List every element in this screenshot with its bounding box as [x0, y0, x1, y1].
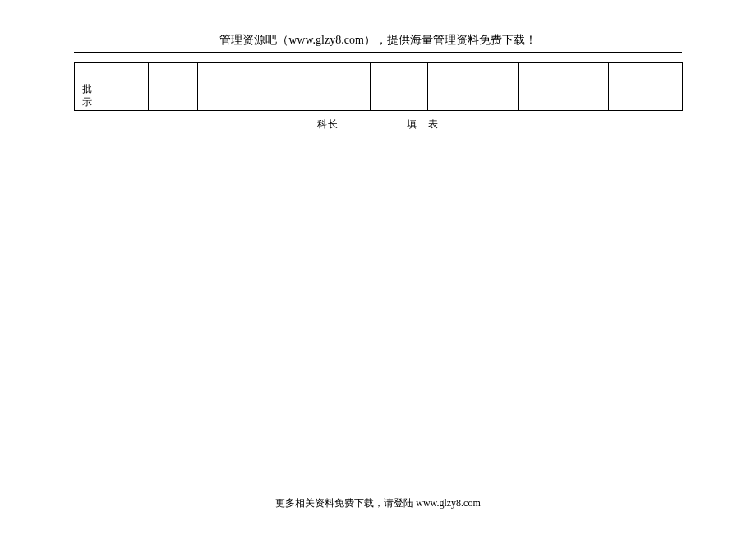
table-row: [75, 63, 683, 81]
table-cell: [99, 63, 149, 81]
table-cell: [247, 63, 371, 81]
table-cell: [519, 63, 609, 81]
signature-label-chief: 科长: [317, 118, 339, 130]
page-header-title: 管理资源吧（www.glzy8.com），提供海量管理资料免费下载！: [74, 33, 682, 48]
table-cell: [428, 63, 519, 81]
signature-line: 科长 填 表: [74, 118, 682, 131]
table-cell: [609, 63, 683, 81]
form-table: 批 示: [74, 62, 683, 111]
signature-label-form: 填 表: [407, 118, 439, 130]
header-divider: [74, 52, 682, 53]
table-cell: [198, 81, 247, 111]
table-cell: [371, 81, 428, 111]
table-cell: [198, 63, 247, 81]
table-cell: [75, 63, 99, 81]
table-row: 批 示: [75, 81, 683, 111]
page-footer: 更多相关资料免费下载，请登陆 www.glzy8.com: [0, 496, 756, 510]
table-cell: [519, 81, 609, 111]
table-cell: [149, 81, 198, 111]
table-cell: [149, 63, 198, 81]
document-page: 管理资源吧（www.glzy8.com），提供海量管理资料免费下载！ 批 示: [0, 0, 756, 131]
table-cell: [247, 81, 371, 111]
table-cell: [99, 81, 149, 111]
table-cell: [609, 81, 683, 111]
table-cell: [371, 63, 428, 81]
table-cell: [428, 81, 519, 111]
row-label-approval: 批 示: [75, 81, 99, 111]
signature-underline: [340, 118, 402, 127]
